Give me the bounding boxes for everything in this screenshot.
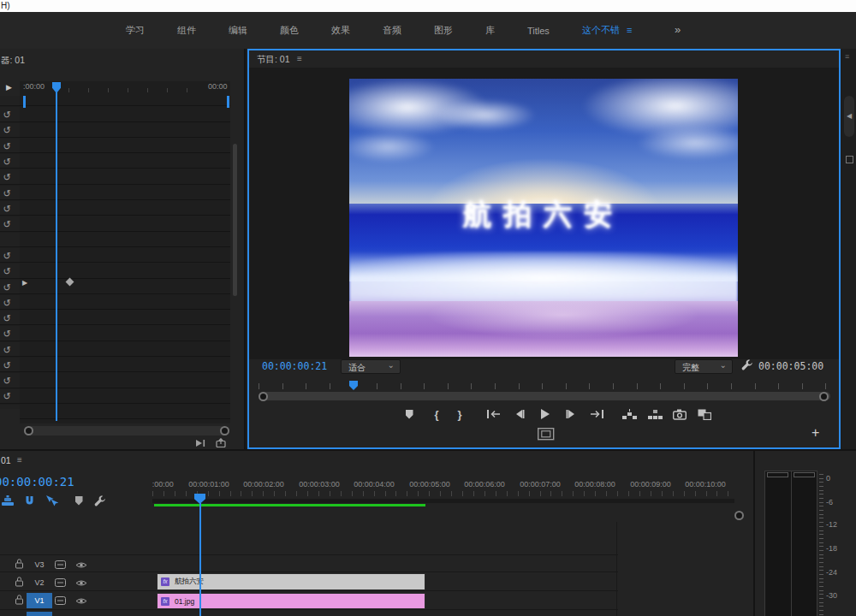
go-to-out-button[interactable]	[588, 406, 605, 422]
workspace-tab[interactable]: Titles	[511, 26, 566, 36]
reset-parameter-icon[interactable]: ↺	[0, 141, 14, 152]
reset-parameter-icon[interactable]: ↺	[0, 360, 14, 371]
track-name-partial[interactable]	[27, 612, 52, 616]
lock-icon[interactable]	[15, 557, 24, 572]
workspace-tab[interactable]: 学习	[110, 24, 161, 37]
effect-controls-timeline[interactable]	[20, 81, 230, 424]
video-title-overlay: 航拍六安	[349, 196, 738, 234]
monitor-zoom-handle-left[interactable]	[259, 392, 268, 401]
export-frame-button[interactable]	[671, 406, 688, 422]
timeline-settings-wrench-icon[interactable]	[92, 493, 108, 508]
window-titlebar[interactable]: H)	[0, 0, 856, 12]
timeline-timecode[interactable]: 00:00:00:21	[0, 475, 74, 489]
reset-parameter-icon[interactable]: ↺	[0, 376, 14, 387]
chevron-down-icon: ⌄	[720, 360, 727, 370]
play-button[interactable]	[537, 406, 554, 422]
linked-selection-icon[interactable]	[44, 493, 59, 508]
workspace-tab[interactable]: 音频	[366, 24, 418, 37]
meter-db-label: 0	[826, 474, 830, 483]
premiere-window: H) 学习 组件 编辑 颜色 效果 音频 图形 库 Titles	[0, 0, 856, 616]
snap-magnet-icon[interactable]	[21, 493, 37, 508]
reset-parameter-icon[interactable]: ↺	[0, 204, 14, 215]
go-to-in-button[interactable]	[484, 406, 502, 422]
reset-parameter-icon[interactable]: ↺	[0, 391, 14, 402]
mark-in-button[interactable]: {	[428, 406, 445, 422]
reset-parameter-icon[interactable]: ↺	[0, 172, 14, 183]
add-marker-icon[interactable]	[71, 493, 86, 508]
program-timecode[interactable]: 00:00:00:21	[262, 360, 327, 372]
audio-meter-bars[interactable]	[764, 471, 817, 616]
monitor-mini-ruler[interactable]	[259, 383, 829, 389]
timeline-scroll-handle[interactable]	[734, 511, 744, 520]
work-area-bar[interactable]	[152, 499, 734, 503]
timeline-clip[interactable]: fx 01.jpg	[157, 593, 425, 609]
lock-icon[interactable]	[15, 575, 24, 590]
workspace-tab[interactable]: 组件	[161, 24, 212, 37]
fx-badge[interactable]: fx	[161, 597, 169, 606]
reset-parameter-icon[interactable]: ↺	[0, 266, 14, 277]
reset-parameter-icon[interactable]: ↺	[0, 157, 14, 168]
track-output-eye-icon[interactable]	[75, 593, 87, 608]
track-output-eye-icon[interactable]	[75, 557, 87, 572]
reset-parameter-icon[interactable]: ↺	[0, 329, 14, 340]
reset-parameter-icon[interactable]: ↺	[0, 251, 14, 262]
add-button[interactable]: +	[811, 425, 819, 441]
nest-sequence-icon[interactable]	[0, 493, 15, 508]
fx-vertical-scrollbar[interactable]	[233, 144, 237, 296]
monitor-zoom-handle-right[interactable]	[819, 392, 829, 401]
video-frame[interactable]: 航拍六安	[349, 79, 738, 357]
in-point-marker[interactable]	[23, 96, 26, 108]
panel-menu-icon[interactable]: ≡	[845, 52, 849, 61]
safe-margins-button[interactable]	[538, 428, 555, 441]
playback-resolution-select[interactable]: 完整 ⌄	[675, 359, 733, 374]
tab-overflow-icon[interactable]: »	[675, 23, 681, 36]
step-forward-button[interactable]	[562, 406, 580, 422]
panel-thumb-icon[interactable]	[846, 156, 853, 163]
timeline-clip[interactable]: fx 航拍六安	[157, 573, 425, 590]
track-name[interactable]: V1	[27, 593, 52, 608]
reset-parameter-icon[interactable]: ↺	[0, 345, 14, 356]
timeline-ruler[interactable]: 00:00:00:00 00:00:01:00 00:00:02:00 00:0…	[152, 478, 734, 492]
workspace-tab[interactable]: 编辑	[212, 24, 264, 37]
workspace-tab[interactable]: 颜色	[264, 24, 315, 37]
settings-wrench-icon[interactable]	[741, 358, 753, 374]
fx-ruler-end-label: 00:00	[208, 82, 228, 91]
zoom-level-select[interactable]: 适合 ⌄	[341, 359, 401, 374]
track-name[interactable]: V3	[27, 557, 52, 572]
fx-scroll-handle-right[interactable]	[220, 426, 229, 435]
property-disclosure-icon[interactable]: ▶	[22, 279, 27, 287]
reset-parameter-icon[interactable]: ↺	[0, 125, 14, 136]
fx-horizontal-scrollbar[interactable]	[24, 426, 229, 435]
workspace-tab[interactable]: 这个不错	[566, 24, 648, 37]
out-point-marker[interactable]	[227, 96, 229, 108]
reset-parameter-icon[interactable]: ↺	[0, 298, 14, 309]
sync-lock-icon[interactable]	[55, 557, 66, 572]
fx-badge[interactable]: fx	[161, 578, 169, 586]
step-back-button[interactable]	[510, 406, 527, 422]
expand-panel-button[interactable]: ◀	[844, 96, 854, 137]
sequence-tab-title[interactable]: 01	[1, 455, 11, 465]
fx-scroll-handle-left[interactable]	[24, 426, 33, 435]
monitor-zoom-scrollbar[interactable]	[259, 392, 830, 400]
track-output-eye-icon[interactable]	[75, 575, 87, 590]
add-marker-button[interactable]	[401, 406, 418, 422]
comparison-view-button[interactable]	[696, 406, 713, 422]
reset-parameter-icon[interactable]: ↺	[0, 219, 14, 230]
insert-button[interactable]	[621, 406, 638, 422]
reset-parameter-icon[interactable]: ↺	[0, 188, 14, 199]
mark-out-button[interactable]: }	[451, 406, 468, 422]
track-name[interactable]: V2	[27, 575, 52, 590]
reset-parameter-icon[interactable]: ↺	[0, 313, 14, 324]
sync-lock-icon[interactable]	[55, 575, 66, 590]
disclosure-triangle-icon[interactable]: ▶	[6, 83, 12, 92]
reset-parameter-icon[interactable]: ↺	[0, 110, 14, 121]
workspace-tab[interactable]: 图形	[418, 24, 469, 37]
panel-menu-icon[interactable]: ≡	[17, 455, 22, 465]
lock-icon[interactable]	[15, 593, 24, 608]
workspace-tab[interactable]: 库	[469, 24, 511, 37]
overwrite-button[interactable]	[646, 406, 663, 422]
sync-lock-icon[interactable]	[55, 593, 66, 608]
workspace-tab[interactable]: 效果	[315, 24, 366, 37]
reset-parameter-icon[interactable]: ↺	[0, 282, 14, 293]
panel-menu-icon[interactable]: ≡	[297, 54, 302, 63]
